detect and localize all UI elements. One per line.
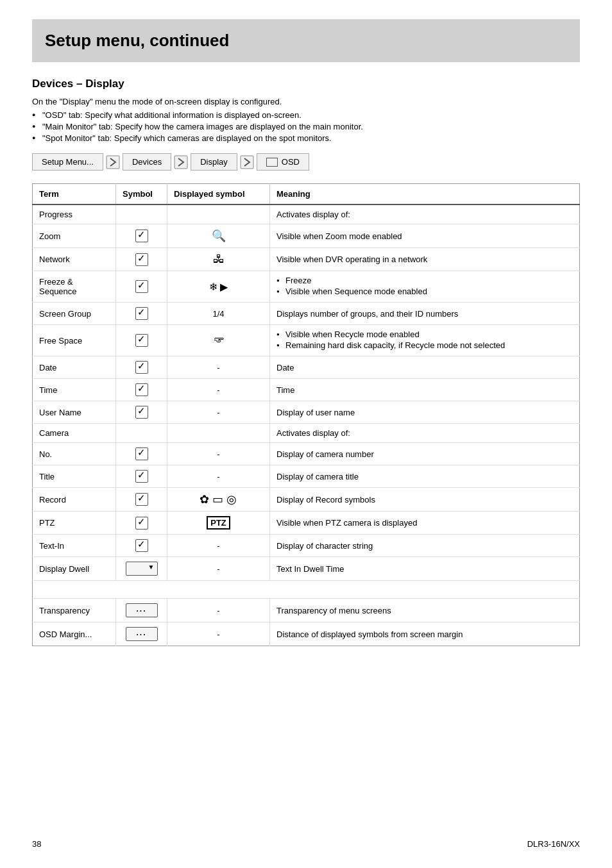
term-screengroup: Screen Group <box>33 303 116 325</box>
footer: 38 DLR3-16N/XX <box>32 839 580 849</box>
breadcrumb-devices[interactable]: Devices <box>123 153 171 171</box>
header-bar: Setup menu, continued <box>32 19 580 62</box>
symbol-freespace <box>116 325 167 356</box>
svg-rect-1 <box>174 156 187 169</box>
term-textin: Text-In <box>33 535 116 557</box>
term-network: Network <box>33 248 116 271</box>
table-row: Zoom 🔍 Visible when Zoom mode enabled <box>33 224 580 248</box>
bullet-2: "Main Monitor" tab: Specify how the came… <box>32 122 580 131</box>
term-osdmargin: OSD Margin... <box>33 622 116 646</box>
checkbox-time <box>135 383 148 396</box>
table-header-row: Term Symbol Displayed symbol Meaning <box>33 184 580 205</box>
meaning-network: Visible when DVR operating in a network <box>270 248 580 271</box>
displayed-record: ✿ ▭ ◎ <box>167 488 270 512</box>
bullet-1: "OSD" tab: Specify what additional infor… <box>32 110 580 120</box>
section-title: Devices – Display <box>32 78 580 90</box>
term-progress: Progress <box>33 204 116 224</box>
meaning-progress: Activates display of: <box>270 204 580 224</box>
displayed-network: 🖧 <box>167 248 270 271</box>
displayed-osdmargin: - <box>167 622 270 646</box>
transparency-btn[interactable]: ··· <box>126 603 158 617</box>
table-row: Free Space 🖙 Visible when Recycle mode e… <box>33 325 580 356</box>
symbol-ptz <box>116 512 167 535</box>
term-freeze: Freeze & Sequence <box>33 271 116 303</box>
symbol-network <box>116 248 167 271</box>
term-zoom: Zoom <box>33 224 116 248</box>
meaning-displaydwell: Text In Dwell Time <box>270 557 580 581</box>
displayed-ptz: PTZ <box>167 512 270 535</box>
checkbox-record <box>135 493 148 506</box>
breadcrumb-setup[interactable]: Setup Menu... <box>32 153 103 171</box>
term-title: Title <box>33 465 116 488</box>
table-row: Text-In - Display of character string <box>33 535 580 557</box>
freespace-bullets: Visible when Recycle mode enabled Remain… <box>276 330 573 350</box>
table-row: OSD Margin... ··· - Distance of displaye… <box>33 622 580 646</box>
breadcrumb-display[interactable]: Display <box>191 153 237 171</box>
page-title: Setup menu, continued <box>45 31 567 51</box>
symbol-zoom <box>116 224 167 248</box>
table-row: Time - Time <box>33 379 580 401</box>
breadcrumb: Setup Menu... Devices Display OSD <box>32 153 580 171</box>
displaydwell-dropdown[interactable] <box>126 562 158 576</box>
intro-text: On the "Display" menu the mode of on-scr… <box>32 97 580 106</box>
table-spacer-row <box>33 581 580 599</box>
freespace-bullet-2: Remaining hard disk capacity, if Recycle… <box>276 340 573 350</box>
table-row: Display Dwell - Text In Dwell Time <box>33 557 580 581</box>
table-row: Progress Activates display of: <box>33 204 580 224</box>
freespace-symbol: 🖙 <box>213 334 225 347</box>
osd-icon <box>266 158 278 167</box>
table-row: Freeze & Sequence ❄ ▶ Freeze Visible whe… <box>33 271 580 303</box>
displayed-username: - <box>167 401 270 424</box>
table-row: No. - Display of camera number <box>33 443 580 465</box>
model-number: DLR3-16N/XX <box>527 839 580 849</box>
meaning-freespace: Visible when Recycle mode enabled Remain… <box>270 325 580 356</box>
displayed-displaydwell: - <box>167 557 270 581</box>
displayed-camera <box>167 424 270 443</box>
meaning-screengroup: Displays number of groups, and their ID … <box>270 303 580 325</box>
displayed-textin: - <box>167 535 270 557</box>
th-meaning: Meaning <box>270 184 580 205</box>
symbol-record <box>116 488 167 512</box>
spacer-cell <box>33 581 580 599</box>
term-time: Time <box>33 379 116 401</box>
breadcrumb-arrow-3 <box>240 155 254 169</box>
table-row: Title - Display of camera title <box>33 465 580 488</box>
checkbox-date <box>135 361 148 374</box>
freespace-bullet-1: Visible when Recycle mode enabled <box>276 330 573 339</box>
meaning-username: Display of user name <box>270 401 580 424</box>
osdmargin-btn[interactable]: ··· <box>126 627 158 641</box>
checkbox-textin <box>135 539 148 552</box>
meaning-camera: Activates display of: <box>270 424 580 443</box>
symbol-no <box>116 443 167 465</box>
symbol-displaydwell <box>116 557 167 581</box>
meaning-date: Date <box>270 356 580 379</box>
symbol-osdmargin: ··· <box>116 622 167 646</box>
term-transparency: Transparency <box>33 599 116 622</box>
breadcrumb-osd[interactable]: OSD <box>257 153 309 171</box>
page-number: 38 <box>32 839 41 849</box>
table-row: Record ✿ ▭ ◎ Display of Record symbols <box>33 488 580 512</box>
network-symbol: 🖧 <box>213 253 225 265</box>
bullet-3: "Spot Monitor" tab: Specify which camera… <box>32 133 580 143</box>
displayed-freespace: 🖙 <box>167 325 270 356</box>
displayed-title: - <box>167 465 270 488</box>
term-freespace: Free Space <box>33 325 116 356</box>
displayed-time: - <box>167 379 270 401</box>
symbol-camera <box>116 424 167 443</box>
term-displaydwell: Display Dwell <box>33 557 116 581</box>
table-row: Screen Group 1/4 Displays number of grou… <box>33 303 580 325</box>
table-row: Transparency ··· - Transparency of menu … <box>33 599 580 622</box>
meaning-title: Display of camera title <box>270 465 580 488</box>
table-row: Camera Activates display of: <box>33 424 580 443</box>
breadcrumb-arrow-2 <box>174 155 188 169</box>
zoom-symbol: 🔍 <box>212 230 226 242</box>
table-row: Network 🖧 Visible when DVR operating in … <box>33 248 580 271</box>
th-symbol: Symbol <box>116 184 167 205</box>
meaning-no: Display of camera number <box>270 443 580 465</box>
displayed-no: - <box>167 443 270 465</box>
table-row: PTZ PTZ Visible when PTZ camera is displ… <box>33 512 580 535</box>
table-row: Date - Date <box>33 356 580 379</box>
term-record: Record <box>33 488 116 512</box>
checkbox-freeze <box>135 280 148 293</box>
term-no: No. <box>33 443 116 465</box>
